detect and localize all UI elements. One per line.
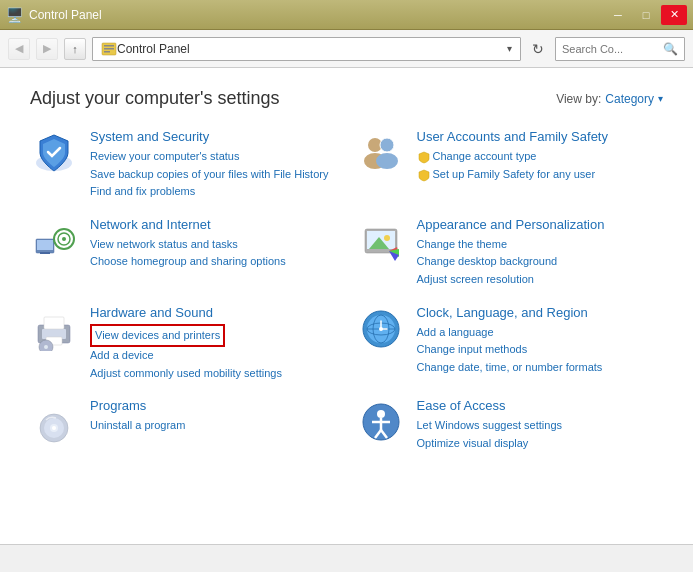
category-clock: Clock, Language, and Region Add a langua… (357, 305, 664, 383)
svg-point-37 (52, 426, 56, 430)
viewby-value[interactable]: Category (605, 92, 654, 106)
programs-link-0[interactable]: Uninstall a program (90, 417, 337, 435)
svg-point-19 (384, 235, 390, 241)
maximize-button[interactable]: □ (633, 5, 659, 25)
svg-point-14 (62, 237, 66, 241)
network-title[interactable]: Network and Internet (90, 217, 337, 232)
appearance-icon (357, 217, 405, 265)
programs-content: Programs Uninstall a program (90, 398, 337, 435)
svg-rect-1 (104, 45, 114, 47)
clock-content: Clock, Language, and Region Add a langua… (417, 305, 664, 377)
appearance-title[interactable]: Appearance and Personalization (417, 217, 664, 232)
svg-rect-11 (40, 252, 50, 254)
system-security-link-0[interactable]: Review your computer's status (90, 148, 337, 166)
ease-title[interactable]: Ease of Access (417, 398, 664, 413)
system-security-title[interactable]: System and Security (90, 129, 337, 144)
programs-title[interactable]: Programs (90, 398, 337, 413)
view-by: View by: Category ▾ (556, 92, 663, 106)
svg-rect-2 (104, 48, 114, 50)
title-bar: 🖥️ Control Panel ─ □ ✕ (0, 0, 693, 30)
hardware-link-1[interactable]: Add a device (90, 347, 337, 365)
svg-rect-3 (104, 51, 110, 53)
title-controls: ─ □ ✕ (605, 5, 687, 25)
system-security-content: System and Security Review your computer… (90, 129, 337, 201)
viewby-arrow[interactable]: ▾ (658, 93, 663, 104)
user-accounts-title[interactable]: User Accounts and Family Safety (417, 129, 664, 144)
search-icon[interactable]: 🔍 (663, 42, 678, 56)
window-icon: 🖥️ (6, 7, 23, 23)
hardware-link-2[interactable]: Adjust commonly used mobility settings (90, 365, 337, 383)
network-icon (30, 217, 78, 265)
system-security-link-1[interactable]: Save backup copies of your files with Fi… (90, 166, 337, 184)
address-path: Control Panel (117, 42, 190, 56)
clock-link-0[interactable]: Add a language (417, 324, 664, 342)
title-bar-left: 🖥️ Control Panel (6, 7, 102, 23)
svg-rect-22 (44, 317, 64, 329)
category-programs: Programs Uninstall a program (30, 398, 337, 452)
hardware-content: Hardware and Sound View devices and prin… (90, 305, 337, 383)
programs-icon (30, 398, 78, 446)
hardware-link-0[interactable]: View devices and printers (90, 324, 225, 348)
address-bar: ◀ ▶ ↑ Control Panel ▾ ↻ 🔍 (0, 30, 693, 68)
address-dropdown[interactable]: ▾ (507, 43, 512, 54)
back-button[interactable]: ◀ (8, 38, 30, 60)
ease-icon (357, 398, 405, 446)
refresh-button[interactable]: ↻ (527, 38, 549, 60)
network-content: Network and Internet View network status… (90, 217, 337, 271)
svg-point-7 (380, 138, 394, 152)
clock-link-1[interactable]: Change input methods (417, 341, 664, 359)
appearance-link-0[interactable]: Change the theme (417, 236, 664, 254)
ease-link-1[interactable]: Optimize visual display (417, 435, 664, 453)
svg-point-25 (44, 345, 48, 349)
hardware-title[interactable]: Hardware and Sound (90, 305, 337, 320)
categories-grid: System and Security Review your computer… (30, 129, 663, 453)
appearance-link-1[interactable]: Change desktop background (417, 253, 664, 271)
svg-point-8 (376, 153, 398, 169)
category-ease: Ease of Access Let Windows suggest setti… (357, 398, 664, 452)
ease-content: Ease of Access Let Windows suggest setti… (417, 398, 664, 452)
clock-icon (357, 305, 405, 353)
address-icon (101, 41, 117, 57)
hardware-icon (30, 305, 78, 353)
appearance-content: Appearance and Personalization Change th… (417, 217, 664, 289)
user-accounts-link-0[interactable]: Change account type (417, 148, 664, 166)
user-accounts-content: User Accounts and Family Safety Change a… (417, 129, 664, 183)
address-field[interactable]: Control Panel ▾ (92, 37, 521, 61)
up-button[interactable]: ↑ (64, 38, 86, 60)
minimize-button[interactable]: ─ (605, 5, 631, 25)
content-header: Adjust your computer's settings View by:… (30, 88, 663, 109)
clock-title[interactable]: Clock, Language, and Region (417, 305, 664, 320)
main-content: Adjust your computer's settings View by:… (0, 68, 693, 544)
system-security-link-2[interactable]: Find and fix problems (90, 183, 337, 201)
forward-button[interactable]: ▶ (36, 38, 58, 60)
viewby-label: View by: (556, 92, 601, 106)
system-security-icon (30, 129, 78, 177)
network-link-1[interactable]: Choose homegroup and sharing options (90, 253, 337, 271)
clock-link-2[interactable]: Change date, time, or number formats (417, 359, 664, 377)
window-title: Control Panel (29, 8, 102, 22)
status-bar (0, 544, 693, 572)
category-system-security: System and Security Review your computer… (30, 129, 337, 201)
user-accounts-link-1[interactable]: Set up Family Safety for any user (417, 166, 664, 184)
network-link-0[interactable]: View network status and tasks (90, 236, 337, 254)
page-title: Adjust your computer's settings (30, 88, 280, 109)
category-hardware: Hardware and Sound View devices and prin… (30, 305, 337, 383)
category-network: Network and Internet View network status… (30, 217, 337, 289)
user-accounts-icon (357, 129, 405, 177)
ease-link-0[interactable]: Let Windows suggest settings (417, 417, 664, 435)
search-box[interactable]: 🔍 (555, 37, 685, 61)
close-button[interactable]: ✕ (661, 5, 687, 25)
category-appearance: Appearance and Personalization Change th… (357, 217, 664, 289)
category-user-accounts: User Accounts and Family Safety Change a… (357, 129, 664, 201)
search-input[interactable] (562, 43, 663, 55)
svg-point-39 (377, 410, 385, 418)
svg-rect-10 (37, 240, 53, 250)
appearance-link-2[interactable]: Adjust screen resolution (417, 271, 664, 289)
